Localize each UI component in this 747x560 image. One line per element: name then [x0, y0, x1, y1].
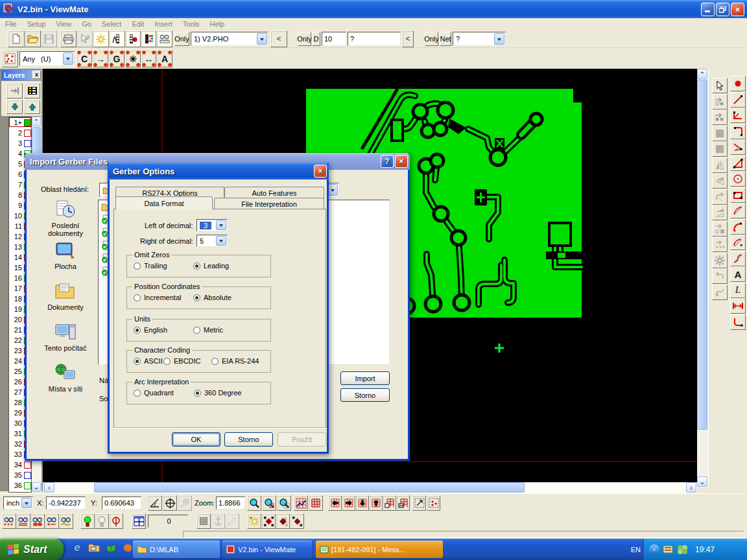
menu-edit[interactable]: Edit — [126, 20, 149, 28]
only-dcode-toggle[interactable]: Only — [298, 32, 311, 46]
prev-layer-button[interactable]: < — [270, 30, 287, 47]
select-star-button[interactable]: ✳ — [125, 50, 141, 67]
radio-ascii[interactable]: ASCII — [134, 357, 163, 365]
measure-view-button[interactable] — [156, 30, 172, 47]
draw-arc-c-button[interactable] — [730, 235, 746, 250]
layer-color-swatch[interactable] — [24, 461, 31, 469]
origin-button[interactable] — [163, 495, 177, 511]
layer-insert-button[interactable] — [6, 83, 23, 99]
menu-file[interactable]: File — [0, 20, 22, 28]
tool-transform-dots-button[interactable] — [712, 237, 728, 252]
select-g-button[interactable]: G — [109, 50, 124, 67]
view-option-5-button[interactable] — [59, 513, 73, 529]
taskbar-task[interactable]: [191-482-091] - Mess... — [316, 541, 443, 558]
menu-setup[interactable]: Setup — [22, 20, 51, 28]
draw-line-red-button[interactable] — [730, 92, 746, 108]
radio-leading[interactable]: Leading — [193, 262, 229, 270]
radio-ebcdic[interactable]: EBCDIC — [163, 357, 201, 365]
grid-snap-button[interactable] — [383, 495, 396, 511]
only-layer-toggle[interactable]: Only — [174, 32, 189, 46]
radio-absolute[interactable]: Absolute — [193, 294, 231, 301]
draw-angle-arc-button[interactable] — [730, 139, 746, 155]
scroll-left-icon[interactable]: ‹ — [44, 482, 54, 493]
taskbar-task[interactable]: D:\MLAB — [133, 541, 220, 558]
layer-color-swatch[interactable] — [24, 130, 31, 137]
prev-net-button[interactable]: < — [402, 30, 414, 47]
draw-arc-b-button[interactable] — [730, 219, 746, 235]
radio-trailing[interactable]: Trailing — [134, 262, 167, 270]
layer-color-swatch[interactable] — [24, 140, 31, 147]
layer-combo-arrow-icon[interactable] — [257, 33, 267, 45]
zoom-value-field[interactable]: 1.8866 — [216, 496, 245, 509]
zoom-tool-button[interactable] — [247, 495, 261, 511]
grid-toggle-button[interactable] — [309, 495, 323, 511]
cancel-button[interactable]: Storno — [224, 432, 273, 447]
draw-rect-pads-button[interactable] — [730, 187, 746, 203]
tool-undo-button[interactable] — [712, 268, 728, 284]
selection-box-button[interactable] — [427, 495, 440, 511]
tab-data-format[interactable]: Data Format — [115, 196, 213, 209]
tool-arrow-dots-button[interactable] — [712, 110, 728, 125]
layers-scroll-down-icon[interactable]: ⌄ — [32, 482, 41, 492]
measure-distance-button[interactable] — [412, 495, 426, 511]
only-net-toggle[interactable]: Only — [425, 32, 438, 46]
draw-triangle-red-button[interactable] — [730, 156, 746, 171]
selection-count-field[interactable]: 0 — [148, 515, 188, 528]
tool-flip-v-button[interactable] — [712, 158, 728, 173]
place-documents[interactable]: Dokumenty — [34, 281, 97, 311]
radio-english[interactable]: English — [134, 326, 167, 334]
unit-combo-arrow-icon[interactable] — [21, 498, 32, 508]
tray-clipboard-icon[interactable] — [663, 544, 674, 555]
layer-down-button[interactable] — [6, 100, 23, 114]
save-button[interactable] — [41, 30, 57, 47]
new-button[interactable] — [8, 30, 25, 47]
tool-square-fill-button[interactable] — [712, 141, 728, 157]
relative-origin-button[interactable] — [178, 495, 192, 511]
y-coordinate-field[interactable]: 0.690643 — [102, 496, 141, 509]
tool-square-fill-button[interactable] — [712, 126, 728, 141]
tray-status-icon[interactable] — [677, 544, 689, 555]
firefox-icon[interactable] — [122, 542, 134, 554]
place-network[interactable]: Místa v síti — [34, 363, 97, 393]
layer-row[interactable]: 36 — [9, 480, 31, 491]
view-option-1-button[interactable] — [2, 513, 16, 529]
ie-icon[interactable]: e — [71, 542, 83, 554]
tool-gear-button[interactable] — [712, 253, 728, 268]
import-help-button[interactable]: ? — [381, 155, 394, 168]
view-option-4-button[interactable] — [45, 513, 59, 529]
dcode-value-field[interactable]: 10 — [322, 32, 346, 46]
layer-color-swatch[interactable] — [24, 472, 31, 479]
layer-row[interactable]: 35 — [9, 470, 31, 480]
scroll-up-icon[interactable]: ⌃ — [697, 69, 707, 79]
unit-combo[interactable]: inch — [3, 496, 33, 509]
layer-row[interactable]: 34 — [9, 460, 31, 470]
layer-row[interactable]: 1+ — [9, 117, 31, 128]
radio-metric[interactable]: Metric — [193, 326, 223, 334]
place-computer[interactable]: Tento počítač — [34, 322, 97, 352]
draw-corner2-button[interactable] — [730, 124, 746, 139]
gerber-close-button[interactable]: × — [314, 165, 327, 178]
film-colors-button[interactable] — [141, 30, 156, 47]
anchor-button[interactable] — [211, 513, 225, 529]
right-of-decimal-combo[interactable]: 5 — [196, 235, 228, 247]
view-option-3-button[interactable] — [30, 513, 45, 529]
zoom-grid-button[interactable] — [262, 495, 276, 511]
draw-text-L-button[interactable]: L — [730, 283, 746, 298]
scroll-down-icon[interactable]: ⌄ — [697, 476, 707, 487]
gerber-dialog-titlebar[interactable]: Gerber Options × — [108, 163, 329, 180]
any-combo[interactable]: Any (U) — [19, 51, 75, 66]
menu-insert[interactable]: Insert — [149, 20, 178, 28]
x-coordinate-field[interactable]: -0.942237 — [46, 496, 86, 509]
net-combo-arrow-icon[interactable] — [494, 33, 504, 45]
pan-down-button[interactable] — [355, 495, 369, 511]
draw-arc-d-button[interactable] — [730, 251, 746, 266]
import-button[interactable]: Import — [340, 371, 390, 385]
pan-left-button[interactable] — [328, 495, 342, 511]
layer-table-button[interactable] — [24, 83, 40, 99]
tab-file-interpretation[interactable]: File Interpretation — [214, 198, 324, 209]
tool-cursor-button[interactable] — [712, 78, 728, 93]
film-dot-button[interactable] — [125, 30, 141, 47]
vector-button[interactable] — [225, 513, 239, 529]
minimize-button[interactable] — [701, 3, 715, 16]
ok-button[interactable]: OK — [172, 432, 220, 447]
